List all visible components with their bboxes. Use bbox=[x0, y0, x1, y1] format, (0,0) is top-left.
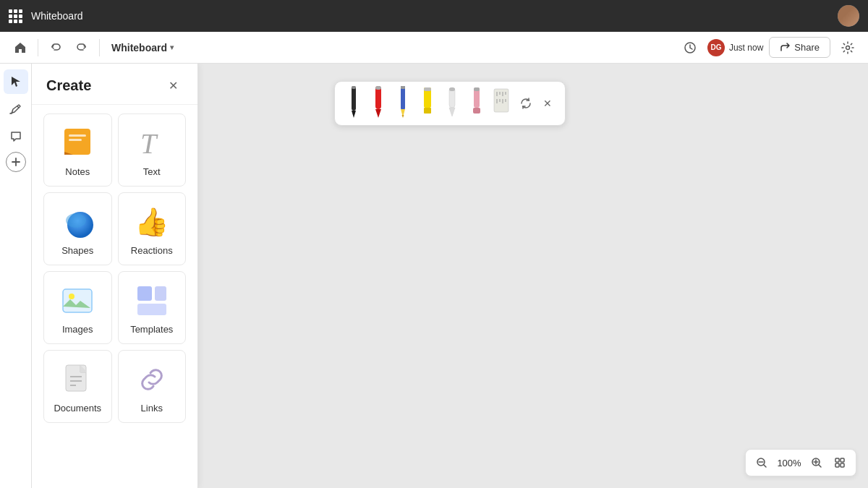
reactions-label: Reactions bbox=[131, 245, 173, 256]
ruler[interactable] bbox=[491, 87, 511, 119]
zoom-out-button[interactable] bbox=[752, 453, 772, 473]
home-button[interactable] bbox=[9, 36, 32, 59]
user-initials: DG bbox=[707, 39, 725, 56]
pen-tool[interactable] bbox=[4, 97, 28, 121]
svg-rect-55 bbox=[835, 458, 839, 462]
svg-marker-6 bbox=[375, 109, 381, 118]
svg-rect-11 bbox=[401, 86, 405, 89]
pen-black[interactable] bbox=[344, 87, 364, 119]
svg-line-52 bbox=[819, 465, 821, 467]
images-icon bbox=[60, 283, 95, 318]
svg-rect-13 bbox=[424, 108, 431, 114]
documents-icon bbox=[60, 362, 95, 397]
zoom-fit-button[interactable] bbox=[830, 453, 850, 473]
svg-point-37 bbox=[66, 213, 86, 228]
svg-marker-3 bbox=[352, 111, 356, 118]
toolbar-right: DG Just now Share bbox=[678, 36, 859, 59]
pen-red[interactable] bbox=[368, 87, 388, 119]
svg-rect-21 bbox=[494, 89, 509, 112]
svg-rect-7 bbox=[375, 86, 381, 90]
create-item-templates[interactable]: Templates bbox=[118, 271, 187, 344]
notes-icon bbox=[60, 126, 95, 160]
create-panel: Create ✕ Notes bbox=[32, 64, 198, 488]
svg-marker-10 bbox=[402, 115, 404, 118]
history-button[interactable] bbox=[678, 36, 702, 59]
shapes-icon bbox=[60, 205, 95, 239]
svg-rect-14 bbox=[424, 87, 431, 91]
svg-rect-40 bbox=[137, 286, 152, 301]
reactions-icon: 👍 bbox=[135, 205, 169, 239]
share-label: Share bbox=[794, 42, 820, 53]
svg-marker-16 bbox=[449, 108, 455, 116]
create-item-documents[interactable]: Documents bbox=[43, 350, 112, 423]
pen-pink[interactable] bbox=[467, 87, 487, 119]
create-item-notes[interactable]: Notes bbox=[43, 114, 112, 187]
pen-toolbar: ✕ bbox=[334, 81, 566, 126]
documents-label: Documents bbox=[54, 403, 101, 414]
main-toolbar: Whiteboard ▾ DG Just now Share bbox=[0, 32, 868, 64]
svg-rect-8 bbox=[401, 86, 405, 109]
pen-blue[interactable] bbox=[393, 87, 413, 119]
links-icon bbox=[135, 362, 169, 397]
zoom-controls: 100% bbox=[745, 449, 856, 476]
pen-refresh-button[interactable] bbox=[517, 95, 535, 112]
svg-rect-34 bbox=[69, 139, 82, 141]
shapes-label: Shapes bbox=[61, 245, 93, 256]
images-label: Images bbox=[62, 324, 93, 335]
svg-text:T: T bbox=[140, 127, 158, 160]
user-badge: DG Just now bbox=[707, 39, 763, 56]
svg-rect-57 bbox=[835, 463, 839, 467]
svg-rect-38 bbox=[63, 289, 92, 312]
svg-rect-42 bbox=[137, 304, 166, 315]
pen-yellow[interactable] bbox=[417, 87, 438, 119]
main-area: ✕ Create ✕ bbox=[0, 64, 868, 488]
redo-button[interactable] bbox=[70, 36, 93, 59]
comment-tool[interactable] bbox=[4, 124, 28, 149]
svg-point-1 bbox=[846, 46, 850, 49]
pen-close-button[interactable]: ✕ bbox=[539, 95, 556, 112]
svg-rect-30 bbox=[64, 129, 90, 155]
svg-rect-19 bbox=[473, 108, 480, 114]
toolbar-divider bbox=[38, 39, 38, 56]
chevron-down-icon: ▾ bbox=[170, 43, 174, 51]
app-title: Whiteboard bbox=[31, 10, 83, 22]
zoom-in-button[interactable] bbox=[807, 453, 827, 473]
zoom-value: 100% bbox=[775, 458, 804, 468]
add-tool[interactable] bbox=[6, 152, 26, 172]
select-tool[interactable] bbox=[4, 69, 28, 94]
create-panel-close[interactable]: ✕ bbox=[163, 75, 183, 95]
create-item-text[interactable]: T Text bbox=[118, 114, 187, 187]
templates-icon bbox=[135, 283, 169, 318]
document-title-text: Whiteboard bbox=[111, 42, 167, 53]
svg-rect-20 bbox=[474, 87, 480, 91]
create-panel-header: Create ✕ bbox=[32, 64, 197, 105]
templates-label: Templates bbox=[130, 324, 173, 335]
canvas-area[interactable]: ✕ Create ✕ bbox=[32, 64, 868, 488]
create-item-links[interactable]: Links bbox=[118, 350, 187, 423]
left-tools bbox=[0, 64, 32, 488]
svg-rect-58 bbox=[841, 463, 844, 467]
create-grid: Notes T Text bbox=[32, 105, 197, 432]
user-status: Just now bbox=[729, 43, 763, 53]
notes-label: Notes bbox=[65, 166, 90, 177]
share-button[interactable]: Share bbox=[769, 37, 830, 58]
svg-rect-17 bbox=[449, 87, 455, 91]
svg-rect-4 bbox=[352, 86, 356, 89]
app-bar: Whiteboard bbox=[0, 0, 868, 32]
document-title[interactable]: Whiteboard ▾ bbox=[106, 39, 179, 56]
apps-icon[interactable] bbox=[9, 9, 22, 23]
svg-line-49 bbox=[764, 465, 766, 467]
svg-rect-56 bbox=[841, 458, 844, 462]
create-item-images[interactable]: Images bbox=[43, 271, 112, 344]
create-item-shapes[interactable]: Shapes bbox=[43, 192, 112, 265]
undo-button[interactable] bbox=[44, 36, 67, 59]
pen-correction[interactable] bbox=[442, 87, 462, 119]
svg-rect-33 bbox=[69, 134, 86, 137]
create-item-reactions[interactable]: 👍 Reactions bbox=[118, 192, 187, 265]
text-label: Text bbox=[143, 166, 161, 177]
svg-rect-41 bbox=[155, 286, 166, 301]
avatar[interactable] bbox=[838, 5, 859, 27]
toolbar-divider-2 bbox=[99, 39, 100, 56]
text-icon: T bbox=[135, 126, 169, 160]
settings-button[interactable] bbox=[836, 36, 859, 59]
